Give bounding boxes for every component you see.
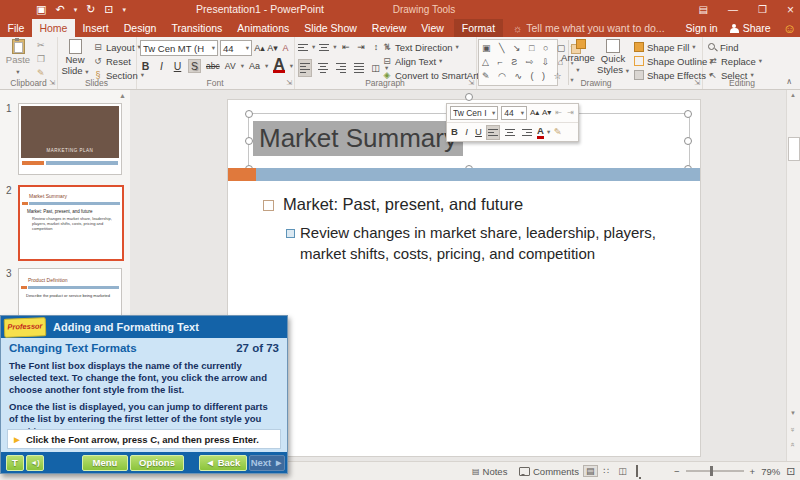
- selection-handle[interactable]: [245, 137, 253, 145]
- tab-view[interactable]: View: [414, 19, 452, 37]
- zoom-slider[interactable]: [686, 470, 744, 472]
- mini-decrease-indent-icon[interactable]: ⇤: [554, 107, 563, 119]
- strikethrough-button[interactable]: abc: [206, 59, 220, 73]
- shapes-row[interactable]: ▣ ╲ ↘ □ ○ ▢: [482, 41, 568, 55]
- start-slideshow-icon[interactable]: ⊡: [104, 3, 113, 16]
- font-color-button[interactable]: A: [273, 60, 285, 73]
- tutor-speaker-button[interactable]: ◄): [26, 455, 44, 471]
- undo-dropdown-icon[interactable]: ▾: [74, 6, 78, 14]
- mini-underline-button[interactable]: U: [474, 126, 483, 138]
- clear-formatting-button[interactable]: A: [280, 41, 291, 55]
- tutor-options-button[interactable]: Options: [130, 455, 184, 471]
- mini-font-color-button[interactable]: A: [537, 126, 544, 139]
- tab-home[interactable]: Home: [32, 19, 75, 37]
- mini-align-center-button[interactable]: [503, 125, 517, 140]
- grow-font-button[interactable]: A▴: [254, 41, 265, 55]
- tutor-menu-button[interactable]: Menu: [82, 455, 128, 471]
- scroll-down-icon[interactable]: ▼: [790, 410, 796, 416]
- undo-icon[interactable]: ↶: [55, 3, 64, 16]
- slide-thumbnail-2[interactable]: Market Summary Market: Past, present, an…: [18, 185, 124, 261]
- slide-bullet-1[interactable]: Market: Past, present, and future: [283, 195, 523, 214]
- next-slide-icon[interactable]: »: [788, 442, 797, 446]
- slide-sorter-view-icon[interactable]: ∷: [601, 465, 613, 477]
- justify-button[interactable]: [352, 59, 366, 77]
- normal-view-icon[interactable]: ▤: [583, 465, 598, 477]
- zoom-in-icon[interactable]: +: [750, 466, 756, 477]
- mini-font-name-combo[interactable]: Tw Cen I▾: [450, 106, 498, 120]
- new-slide-button[interactable]: NewSlide ▾: [60, 39, 90, 77]
- ribbon-display-options-icon[interactable]: ▤: [699, 4, 708, 15]
- scroll-up-icon[interactable]: ▲: [790, 92, 796, 98]
- slideshow-view-icon[interactable]: [633, 465, 641, 477]
- tutor-next-button[interactable]: Next ►: [249, 455, 285, 471]
- tell-me-box[interactable]: ☼ Tell me what you want to do...: [513, 19, 665, 37]
- font-dialog-launcher-icon[interactable]: ⇲: [286, 79, 292, 87]
- scrollbar-thumb[interactable]: [788, 137, 800, 161]
- tab-animations[interactable]: Animations: [230, 19, 297, 37]
- tab-file[interactable]: File: [0, 19, 32, 37]
- fit-slide-to-window-icon[interactable]: ⊡: [786, 465, 795, 478]
- redo-icon[interactable]: ↻: [86, 3, 95, 16]
- cut-icon[interactable]: ✂: [37, 40, 45, 50]
- tutor-text-toggle-button[interactable]: T: [6, 455, 24, 471]
- font-size-combo[interactable]: 44▾: [220, 40, 252, 56]
- shrink-font-button[interactable]: A▾: [267, 41, 278, 55]
- mini-increase-indent-icon[interactable]: ⇥: [566, 107, 575, 119]
- format-painter-icon[interactable]: ✎: [37, 68, 45, 78]
- slide-thumbnail-1[interactable]: MARKETING PLAN: [18, 103, 122, 175]
- mini-align-left-button[interactable]: [486, 125, 500, 140]
- minimize-icon[interactable]: —: [728, 4, 738, 15]
- selection-handle[interactable]: [684, 110, 692, 118]
- slide-bullet-2[interactable]: Review changes in market share, leadersh…: [300, 222, 700, 264]
- vertical-scrollbar[interactable]: ▲ ▼ « »: [786, 89, 800, 461]
- bold-button[interactable]: B: [140, 59, 151, 73]
- restore-icon[interactable]: ❐: [758, 4, 767, 15]
- reading-view-icon[interactable]: ◫: [615, 465, 630, 477]
- tab-design[interactable]: Design: [116, 19, 164, 37]
- tab-review[interactable]: Review: [364, 19, 413, 37]
- feedback-smiley-icon[interactable]: ☺: [783, 21, 796, 36]
- mini-align-right-button[interactable]: [520, 125, 534, 140]
- mini-grow-font-button[interactable]: A▴: [530, 107, 539, 119]
- numbering-icon[interactable]: [319, 42, 329, 53]
- paste-button[interactable]: Paste ▾: [5, 39, 31, 77]
- previous-slide-icon[interactable]: «: [788, 427, 797, 431]
- text-direction-button[interactable]: ⇅Text Direction▾: [382, 40, 485, 54]
- clipboard-dialog-launcher-icon[interactable]: ⇲: [49, 79, 55, 87]
- align-text-button[interactable]: ⊟Align Text▾: [382, 54, 485, 68]
- slide-title-text[interactable]: Market Summary: [253, 121, 463, 156]
- thumb-scroll-up-icon[interactable]: ▲: [119, 92, 126, 99]
- quick-styles-button[interactable]: QuickStyles ▾: [597, 39, 629, 76]
- change-case-button[interactable]: Aa: [249, 59, 260, 73]
- mini-font-size-combo[interactable]: 44▾: [501, 106, 527, 120]
- customize-qat-icon[interactable]: ▾: [123, 6, 127, 14]
- notes-button[interactable]: ▤ Notes: [472, 462, 507, 480]
- slide-editing-surface[interactable]: Market Summary Market: Past, present, an…: [228, 100, 700, 456]
- close-icon[interactable]: ×: [787, 3, 794, 17]
- share-button[interactable]: Share: [730, 22, 771, 34]
- sign-in-link[interactable]: Sign in: [686, 22, 718, 34]
- zoom-out-icon[interactable]: −: [674, 466, 680, 477]
- character-spacing-button[interactable]: AV: [225, 59, 236, 73]
- find-button[interactable]: Find: [708, 40, 762, 54]
- arrange-button[interactable]: Arrange▾: [561, 39, 595, 75]
- shapes-row[interactable]: △ ⌐ Ƨ ⇨ ⇩ ⌂: [482, 55, 568, 69]
- mini-bold-button[interactable]: B: [450, 126, 459, 138]
- selection-handle[interactable]: [245, 110, 253, 118]
- align-left-button[interactable]: [298, 59, 312, 77]
- rotate-handle[interactable]: [465, 93, 473, 101]
- paragraph-dialog-launcher-icon[interactable]: ⇲: [468, 79, 474, 87]
- mini-italic-button[interactable]: I: [462, 126, 471, 138]
- save-icon[interactable]: ▣: [36, 3, 46, 16]
- drawing-dialog-launcher-icon[interactable]: ⇲: [694, 79, 700, 87]
- tab-transitions[interactable]: Transitions: [164, 19, 230, 37]
- decrease-indent-icon[interactable]: ⇤: [341, 40, 352, 54]
- font-name-combo[interactable]: Tw Cen MT (H▾: [140, 40, 218, 56]
- align-center-button[interactable]: [316, 59, 330, 77]
- line-spacing-icon[interactable]: ↕: [371, 40, 382, 54]
- collapse-ribbon-icon[interactable]: ∧: [786, 77, 792, 86]
- underline-button[interactable]: U: [172, 59, 183, 73]
- text-shadow-button[interactable]: S: [188, 59, 201, 73]
- copy-icon[interactable]: ❐: [37, 54, 45, 64]
- mini-shrink-font-button[interactable]: A▾: [542, 107, 551, 119]
